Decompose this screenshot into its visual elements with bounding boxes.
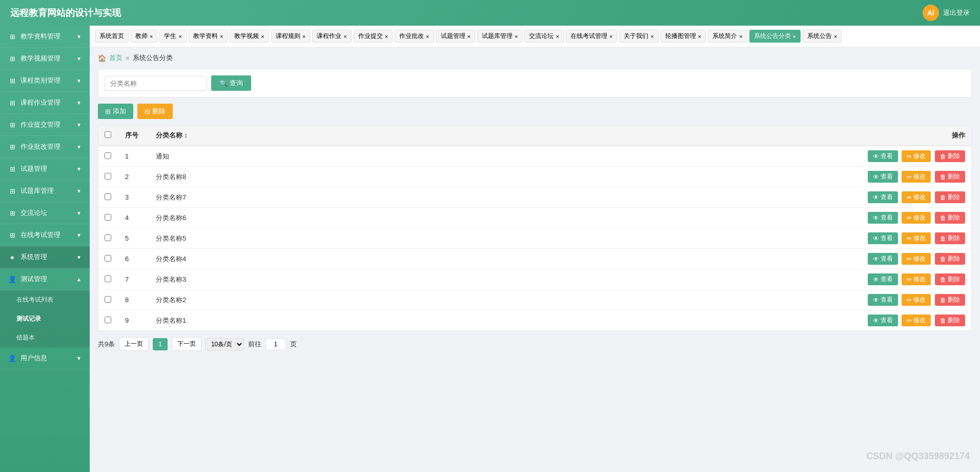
- edit-button[interactable]: ✏修改: [902, 171, 931, 183]
- tab-close-icon[interactable]: ×: [650, 33, 654, 40]
- sidebar-item-forum[interactable]: ⊞ 交流论坛 ▼: [0, 202, 90, 224]
- tab-close-icon[interactable]: ×: [698, 33, 701, 40]
- view-button[interactable]: 👁查看: [868, 314, 898, 326]
- tab-close-icon[interactable]: ×: [150, 33, 153, 40]
- tab-在线考试管理[interactable]: 在线考试管理×: [566, 30, 617, 43]
- delete-row-button[interactable]: 🗑删除: [935, 212, 965, 224]
- sidebar-item-course-categories[interactable]: ⊞ 课程类别管理 ▼: [0, 70, 90, 92]
- select-all-checkbox[interactable]: [105, 131, 111, 138]
- tab-试题管理[interactable]: 试题管理×: [436, 30, 475, 43]
- sidebar-item-teaching-videos[interactable]: ⊞ 教学视频管理 ▼: [0, 48, 90, 70]
- tab-轮播图管理[interactable]: 轮播图管理×: [661, 30, 706, 43]
- tab-close-icon[interactable]: ×: [343, 33, 346, 40]
- row-checkbox[interactable]: [98, 167, 119, 187]
- tab-交流论坛[interactable]: 交流论坛×: [524, 30, 563, 43]
- tab-close-icon[interactable]: ×: [556, 33, 559, 40]
- tab-关于我们[interactable]: 关于我们×: [619, 30, 658, 43]
- view-button[interactable]: 👁查看: [868, 232, 898, 244]
- tab-系统公告分类[interactable]: 系统公告分类×: [749, 30, 801, 43]
- row-checkbox[interactable]: [98, 310, 119, 331]
- sidebar-item-test-mgmt[interactable]: 👤 测试管理 ▲: [0, 268, 90, 290]
- row-checkbox[interactable]: [98, 269, 119, 290]
- delete-button[interactable]: ⊟ 删除: [137, 104, 173, 119]
- sidebar-item-homework-submit[interactable]: ⊞ 作业提交管理 ▼: [0, 114, 90, 136]
- tab-close-icon[interactable]: ×: [385, 33, 388, 40]
- sidebar-sub-item-test-record[interactable]: 测试记录: [0, 309, 90, 328]
- tab-close-icon[interactable]: ×: [467, 33, 471, 40]
- view-button[interactable]: 👁查看: [868, 253, 898, 265]
- tab-close-icon[interactable]: ×: [515, 33, 518, 40]
- tab-close-icon[interactable]: ×: [261, 33, 264, 40]
- edit-button[interactable]: ✏修改: [902, 253, 931, 265]
- row-checkbox[interactable]: [98, 208, 119, 228]
- tab-close-icon[interactable]: ×: [739, 33, 742, 40]
- tab-系统公告[interactable]: 系统公告×: [803, 30, 842, 43]
- sidebar-item-system-mgmt[interactable]: ● 系统管理 ▼: [0, 246, 90, 268]
- tab-课程作业[interactable]: 课程作业×: [312, 30, 351, 43]
- delete-row-button[interactable]: 🗑删除: [935, 273, 965, 285]
- tab-教学视频[interactable]: 教学视频×: [230, 30, 269, 43]
- row-checkbox[interactable]: [98, 249, 119, 269]
- view-button[interactable]: 👁查看: [868, 191, 898, 203]
- goto-page-input[interactable]: [266, 338, 286, 350]
- tab-教师[interactable]: 教师×: [131, 30, 157, 43]
- tab-学生[interactable]: 学生×: [159, 30, 186, 43]
- edit-button[interactable]: ✏修改: [902, 232, 931, 244]
- view-button[interactable]: 👁查看: [868, 294, 898, 306]
- sidebar-item-user-info[interactable]: 👤 用户信息 ▼: [0, 347, 90, 369]
- header-name[interactable]: 分类名称 ↕: [150, 126, 859, 146]
- edit-button[interactable]: ✏修改: [902, 191, 931, 203]
- view-button[interactable]: 👁查看: [868, 212, 898, 224]
- view-button[interactable]: 👁查看: [868, 171, 898, 183]
- delete-row-button[interactable]: 🗑删除: [935, 232, 965, 244]
- sidebar-item-course-homework[interactable]: ⊞ 课程作业管理 ▼: [0, 92, 90, 114]
- edit-button[interactable]: ✏修改: [902, 273, 931, 285]
- tab-系统简介[interactable]: 系统简介×: [708, 30, 747, 43]
- delete-row-button[interactable]: 🗑删除: [935, 171, 965, 183]
- search-button[interactable]: 🔍 查询: [211, 75, 251, 91]
- add-button[interactable]: ⊞ 添加: [98, 104, 133, 119]
- sidebar-item-teaching-materials[interactable]: ⊞ 教学资料管理 ▼: [0, 26, 90, 48]
- view-button[interactable]: 👁查看: [868, 273, 898, 285]
- row-checkbox[interactable]: [98, 146, 119, 167]
- edit-button[interactable]: ✏修改: [902, 212, 931, 224]
- view-button[interactable]: 👁查看: [868, 150, 898, 162]
- next-page-button[interactable]: 下一页: [172, 337, 201, 351]
- delete-row-button[interactable]: 🗑删除: [935, 191, 965, 203]
- tab-close-icon[interactable]: ×: [178, 33, 181, 40]
- sidebar-item-homework-review[interactable]: ⊞ 作业批改管理 ▼: [0, 136, 90, 158]
- tab-作业提交[interactable]: 作业提交×: [354, 30, 393, 43]
- delete-row-button[interactable]: 🗑删除: [935, 150, 965, 162]
- search-input[interactable]: [105, 76, 207, 91]
- row-checkbox[interactable]: [98, 290, 119, 310]
- edit-button[interactable]: ✏修改: [902, 314, 931, 326]
- tab-作业批改[interactable]: 作业批改×: [395, 30, 434, 43]
- sidebar-sub-item-mistake-book[interactable]: 错题本: [0, 328, 90, 347]
- delete-row-button[interactable]: 🗑删除: [935, 314, 965, 326]
- page-size-select[interactable]: 10条/页20条/页50条/页: [206, 338, 244, 350]
- header-checkbox[interactable]: [98, 126, 119, 146]
- tab-close-icon[interactable]: ×: [793, 33, 796, 40]
- sidebar-item-question-bank[interactable]: ⊞ 试题管理 ▼: [0, 158, 90, 180]
- tab-教学资料[interactable]: 教学资料×: [189, 30, 228, 43]
- tab-close-icon[interactable]: ×: [426, 33, 429, 40]
- edit-button[interactable]: ✏修改: [902, 294, 931, 306]
- tab-课程规则[interactable]: 课程规则×: [271, 30, 310, 43]
- tab-系统首页[interactable]: 系统首页: [95, 30, 129, 43]
- sidebar-sub-item-online-exam-list[interactable]: 在线考试列表: [0, 290, 90, 309]
- tab-试题库管理[interactable]: 试题库管理×: [477, 30, 522, 43]
- prev-page-button[interactable]: 上一页: [119, 337, 149, 351]
- breadcrumb-home-label[interactable]: 首页: [109, 53, 122, 63]
- row-checkbox[interactable]: [98, 187, 119, 208]
- edit-button[interactable]: ✏修改: [902, 150, 931, 162]
- delete-row-button[interactable]: 🗑删除: [935, 253, 965, 265]
- sidebar-item-question-repo[interactable]: ⊞ 试题库管理 ▼: [0, 180, 90, 202]
- tab-close-icon[interactable]: ×: [609, 33, 612, 40]
- current-page-button[interactable]: 1: [153, 338, 168, 350]
- logout-button[interactable]: 退出登录: [943, 8, 970, 17]
- row-checkbox[interactable]: [98, 228, 119, 249]
- delete-row-button[interactable]: 🗑删除: [935, 294, 965, 306]
- tab-close-icon[interactable]: ×: [834, 33, 837, 40]
- sidebar-item-online-exam[interactable]: ⊞ 在线考试管理 ▼: [0, 224, 90, 246]
- tab-close-icon[interactable]: ×: [220, 33, 223, 40]
